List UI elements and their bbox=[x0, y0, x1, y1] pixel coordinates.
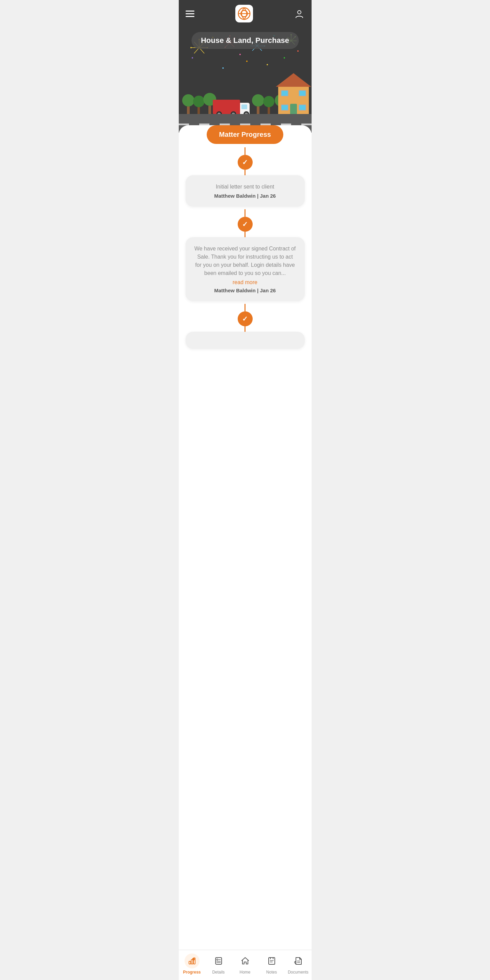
notes-icon bbox=[267, 956, 276, 966]
timeline-connector bbox=[244, 170, 246, 175]
timeline-separator-1: | bbox=[257, 193, 260, 199]
tree-1 bbox=[182, 94, 195, 114]
timeline-connector-2 bbox=[244, 209, 246, 217]
tree-4 bbox=[252, 94, 264, 114]
logo-svg bbox=[238, 7, 251, 20]
svg-point-47 bbox=[297, 50, 298, 52]
progress-icon-wrap bbox=[185, 953, 200, 969]
timeline-date-2: Jan 26 bbox=[260, 288, 276, 293]
timeline-author-1: Matthew Baldwin bbox=[214, 193, 256, 199]
timeline-card-3 bbox=[185, 332, 305, 349]
svg-point-48 bbox=[192, 57, 193, 59]
bottom-navigation: Progress Details bbox=[179, 950, 311, 980]
timeline-author-2: Matthew Baldwin bbox=[214, 288, 256, 293]
nav-label-notes: Notes bbox=[266, 970, 277, 975]
header bbox=[179, 0, 311, 27]
moving-truck bbox=[213, 100, 240, 114]
timeline-card-text-1: Initial letter sent to client bbox=[195, 183, 296, 191]
timeline-connector-3b bbox=[244, 326, 246, 332]
nav-item-documents[interactable]: Documents bbox=[285, 953, 311, 975]
timeline-connector-3 bbox=[244, 304, 246, 311]
hero-title: House & Land, Purchase bbox=[201, 36, 289, 45]
nav-item-details[interactable]: Details bbox=[205, 953, 232, 975]
timeline-meta-1: Matthew Baldwin | Jan 26 bbox=[214, 193, 276, 199]
timeline-card-1: Initial letter sent to client Matthew Ba… bbox=[185, 175, 305, 207]
home-icon bbox=[241, 956, 250, 966]
notes-icon-wrap bbox=[264, 953, 279, 969]
svg-point-50 bbox=[284, 57, 285, 59]
documents-icon bbox=[294, 956, 303, 966]
user-profile-icon[interactable] bbox=[294, 8, 305, 19]
timeline-date-1: Jan 26 bbox=[260, 193, 276, 199]
svg-rect-62 bbox=[269, 958, 275, 964]
timeline-item-1: ✓ Initial letter sent to client Matthew … bbox=[185, 147, 305, 207]
read-more-link[interactable]: read more bbox=[195, 279, 296, 285]
timeline-dot-1: ✓ bbox=[238, 155, 253, 170]
matter-progress-button[interactable]: Matter Progress bbox=[207, 125, 283, 144]
svg-point-58 bbox=[217, 959, 218, 960]
progress-icon bbox=[188, 956, 196, 966]
checkmark-icon-2: ✓ bbox=[242, 220, 248, 228]
svg-point-56 bbox=[192, 958, 195, 960]
svg-rect-53 bbox=[189, 961, 191, 964]
matter-progress-label: Matter Progress bbox=[219, 130, 271, 138]
timeline-separator-2: | bbox=[257, 288, 260, 293]
nav-label-home: Home bbox=[239, 970, 250, 975]
nav-item-progress[interactable]: Progress bbox=[179, 953, 205, 975]
svg-point-14 bbox=[190, 47, 192, 48]
timeline-card-text-2: We have received your signed Contract of… bbox=[195, 245, 296, 277]
timeline-dot-2: ✓ bbox=[238, 217, 253, 232]
timeline-card-2: We have received your signed Contract of… bbox=[185, 237, 305, 301]
details-icon-wrap bbox=[211, 953, 226, 969]
hero-badge: House & Land, Purchase bbox=[192, 32, 298, 49]
nav-label-documents: Documents bbox=[288, 970, 308, 975]
nav-item-notes[interactable]: Notes bbox=[259, 953, 285, 975]
nav-item-home[interactable]: Home bbox=[232, 953, 259, 975]
checkmark-icon: ✓ bbox=[242, 158, 248, 166]
matter-progress-section: Matter Progress bbox=[179, 125, 311, 144]
nav-label-details: Details bbox=[212, 970, 225, 975]
content-area: Matter Progress ✓ Initial letter sent to… bbox=[179, 125, 311, 385]
timeline-item-2: ✓ We have received your signed Contract … bbox=[185, 209, 305, 301]
timeline-connector-2b bbox=[244, 232, 246, 237]
svg-point-3 bbox=[298, 11, 301, 14]
app-logo bbox=[235, 5, 253, 22]
home-icon-wrap bbox=[238, 953, 253, 969]
hamburger-menu[interactable] bbox=[185, 11, 195, 17]
svg-point-45 bbox=[239, 54, 241, 55]
timeline: ✓ Initial letter sent to client Matthew … bbox=[179, 147, 311, 349]
svg-point-49 bbox=[246, 60, 247, 62]
svg-rect-57 bbox=[215, 958, 222, 964]
hero-section: House & Land, Purchase bbox=[179, 27, 311, 133]
details-icon bbox=[214, 956, 223, 966]
nav-label-progress: Progress bbox=[183, 970, 201, 975]
checkmark-icon-3: ✓ bbox=[242, 315, 248, 323]
timeline-dot-3: ✓ bbox=[238, 311, 253, 326]
house bbox=[278, 87, 309, 114]
tree-2 bbox=[193, 95, 205, 114]
ground-scene bbox=[179, 65, 311, 133]
documents-icon-wrap bbox=[291, 953, 306, 969]
tree-5 bbox=[263, 96, 275, 114]
timeline-connector bbox=[244, 147, 246, 155]
timeline-meta-2: Matthew Baldwin | Jan 26 bbox=[214, 288, 276, 293]
phone-container: House & Land, Purchase bbox=[179, 0, 311, 980]
timeline-item-3: ✓ bbox=[185, 304, 305, 349]
